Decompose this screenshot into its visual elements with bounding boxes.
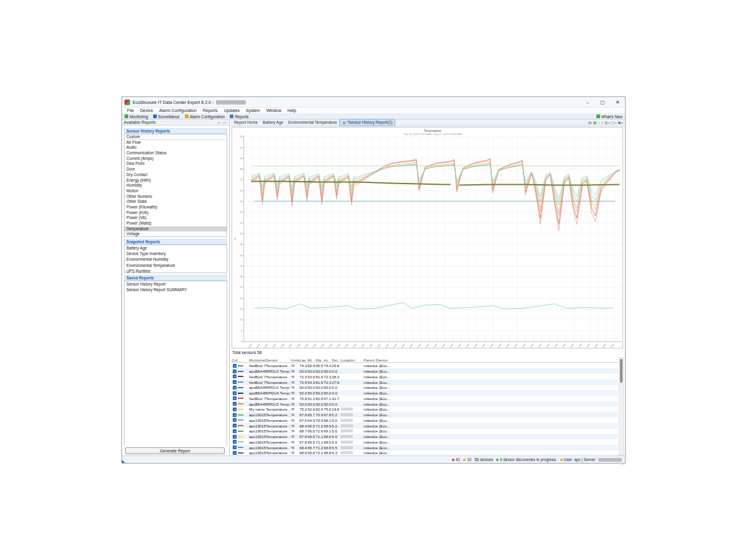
report-item-environmental-humidity[interactable]: Environmental Humidity <box>125 256 227 262</box>
tab-environmental-temperature[interactable]: Environmental Temperature <box>286 119 339 126</box>
menu-reports[interactable]: Reports <box>200 108 221 114</box>
report-item-power-va[interactable]: Power (VA) <box>125 215 227 221</box>
whats-new-link[interactable]: What's New <box>596 114 622 119</box>
table-row[interactable]: apcB5A453 (1...RPDU2 Temp...°F50.050.050… <box>232 401 618 407</box>
report-item-power-watts[interactable]: Power (Watts) <box>125 221 227 226</box>
close-button[interactable]: ✕ <box>610 97 625 107</box>
row-checkbox[interactable] <box>233 391 237 395</box>
report-item-power-kva[interactable]: Power (kVA) <box>125 210 227 216</box>
report-item-communication-status[interactable]: Communication Status <box>125 151 227 156</box>
table-scrollbar[interactable] <box>619 357 624 456</box>
table-row[interactable]: apc190158 (1...Temperature ...°F68.065.8… <box>232 450 618 456</box>
report-item-other-state[interactable]: Other State <box>125 199 227 205</box>
report-graph-view-icon[interactable]: ▦ <box>593 119 597 126</box>
report-table-view-icon[interactable]: ▤ <box>588 119 592 126</box>
report-item-energy-kwh[interactable]: Energy (kWh) <box>125 178 227 184</box>
column-header-col[interactable]: Col... <box>232 358 249 362</box>
split-view-icon[interactable]: ◫▾ <box>611 119 617 126</box>
row-checkbox[interactable] <box>233 386 237 390</box>
export-report-icon[interactable]: ▣▾ <box>618 119 623 126</box>
minimize-button[interactable]: – <box>580 97 595 107</box>
menu-device[interactable]: Device <box>137 108 156 114</box>
column-header-las[interactable]: Las... <box>299 358 308 362</box>
report-item-sensor-history-report[interactable]: Sensor History Report <box>125 281 227 287</box>
zoom-out-icon[interactable]: ⌕ <box>601 119 603 126</box>
column-header-mi[interactable]: Mi... <box>308 358 316 362</box>
row-checkbox[interactable] <box>233 375 237 378</box>
row-checkbox[interactable] <box>233 364 237 368</box>
row-checkbox[interactable] <box>233 446 237 449</box>
report-item-motion[interactable]: Motion <box>125 189 227 194</box>
table-row[interactable]: apc190158 (1...Temperature ...°F67.865.5… <box>232 434 618 439</box>
report-item-voltage[interactable]: Voltage <box>125 231 227 237</box>
row-checkbox[interactable] <box>233 424 237 427</box>
table-row[interactable]: apc190158 (1...Temperature ...°F67.865.5… <box>232 439 618 445</box>
column-header-parent-device[interactable]: Parent Device <box>364 358 401 362</box>
menu-window[interactable]: Window <box>263 108 284 114</box>
generate-report-button[interactable]: Generate Report <box>125 447 225 454</box>
row-checkbox[interactable] <box>233 440 237 444</box>
table-row[interactable]: NetBotz 750 ...Temperature ...°F74.355.9… <box>232 363 618 369</box>
column-header-monitored-de[interactable]: Monitored De... <box>249 358 266 362</box>
report-item-custom[interactable]: Custom <box>125 134 227 140</box>
column-header-units[interactable]: Units <box>291 358 299 362</box>
table-row[interactable]: apcB5A453 (1...RPDU3 Temp...°F50.050.050… <box>232 368 618 374</box>
row-checkbox[interactable] <box>233 370 237 373</box>
row-checkbox[interactable] <box>233 451 237 455</box>
report-item-humidity[interactable]: Humidity <box>125 183 227 189</box>
menu-alarm-configuration[interactable]: Alarm Configuration <box>156 108 200 114</box>
report-item-other-numeric[interactable]: Other Numeric <box>125 194 227 200</box>
table-row[interactable]: apcB5A453 (1...RPDU1 Temp...°F50.050.050… <box>232 385 618 391</box>
column-header-ma[interactable]: Ma... <box>316 358 324 362</box>
pane-collapse-icon[interactable]: ▭ ▭ <box>217 120 227 124</box>
table-row[interactable]: apcB5A453 (1...RPDU4 Temp...°F50.050.050… <box>232 390 618 396</box>
row-checkbox[interactable] <box>233 408 237 411</box>
report-item-current-amps[interactable]: Current (Amps) <box>125 156 227 162</box>
row-checkbox[interactable] <box>233 402 237 406</box>
report-item-door[interactable]: Door <box>125 167 227 172</box>
zoom-in-icon[interactable]: ⌕ <box>598 119 599 126</box>
perspective-alarm-configuration[interactable]: Alarm Configuration <box>185 114 225 119</box>
table-row[interactable]: apc190158 (1...Temperature ...°F68.465.7… <box>232 445 618 450</box>
maximize-button[interactable]: ▢ <box>595 97 610 107</box>
window-titlebar[interactable]: EcoStruxure IT Data Center Expert 8.2.0 … <box>122 97 625 108</box>
report-item-temperature[interactable]: Temperature <box>125 226 227 232</box>
report-item-device-type-inventory[interactable]: Device Type Inventory <box>125 251 227 256</box>
column-header-av[interactable]: Av... <box>324 358 332 362</box>
report-item-power-kilowatts[interactable]: Power (Kilowatts) <box>125 205 227 210</box>
report-item-environmental-temperature[interactable]: Environmental Temperature <box>125 263 227 268</box>
menu-file[interactable]: File <box>124 108 137 114</box>
scrollbar-thumb[interactable] <box>620 359 622 383</box>
aggregate-data-icon[interactable]: ▥▾ <box>604 119 610 126</box>
report-item-ups-runtime[interactable]: UPS Runtime <box>125 268 227 273</box>
tab-report-home[interactable]: Report Home <box>232 119 260 126</box>
table-row[interactable]: NetBotz 750 ...Temperature ...°F72.353.6… <box>232 374 618 380</box>
menu-system[interactable]: System <box>243 108 263 114</box>
row-checkbox[interactable] <box>233 396 237 400</box>
table-row[interactable]: NetBotz 755 ...Temperature ...°F70.951.1… <box>232 396 618 401</box>
report-item-air-flow[interactable]: Air Flow <box>125 140 227 146</box>
tab-battery-age[interactable]: Battery Age <box>260 119 286 126</box>
menu-help[interactable]: Help <box>284 108 299 114</box>
row-checkbox[interactable] <box>233 418 237 422</box>
column-header-del[interactable]: Del... <box>332 358 341 362</box>
table-row[interactable]: apc190158 (1...Temperature ...°F67.564.9… <box>232 418 618 423</box>
column-header-location[interactable]: Location <box>341 358 364 362</box>
report-item-dry-contact[interactable]: Dry Contact <box>125 172 227 178</box>
row-checkbox[interactable] <box>233 429 237 433</box>
row-checkbox[interactable] <box>233 435 237 439</box>
table-row[interactable]: apc190158 (1...Temperature ...°F67.865.7… <box>232 412 618 418</box>
table-row[interactable]: apc190158 (1...Temperature ...°F68.766.0… <box>232 429 618 434</box>
report-item-sensor-history-report-summary[interactable]: Sensor History Report SUMMARY <box>125 287 227 292</box>
perspective-monitoring[interactable]: Monitoring <box>125 114 148 119</box>
table-row[interactable]: My name is Si...Temperature ...°F75.262.… <box>232 407 618 413</box>
row-checkbox[interactable] <box>233 413 237 417</box>
report-item-battery-age[interactable]: Battery Age <box>125 245 227 251</box>
perspective-surveillance[interactable]: Surveillance <box>153 114 180 119</box>
perspective-reports[interactable]: Reports <box>230 114 248 119</box>
report-item-audio[interactable]: Audio <box>125 145 227 151</box>
menu-updates[interactable]: Updates <box>221 108 243 114</box>
column-header-sensor[interactable]: Sensor <box>266 358 291 362</box>
tab-sensor-history-report-1[interactable]: ▦*Sensor History Report(1) <box>339 119 395 126</box>
table-row[interactable]: NetBotz 750 ...Temperature ...°F72.954.3… <box>232 380 618 385</box>
